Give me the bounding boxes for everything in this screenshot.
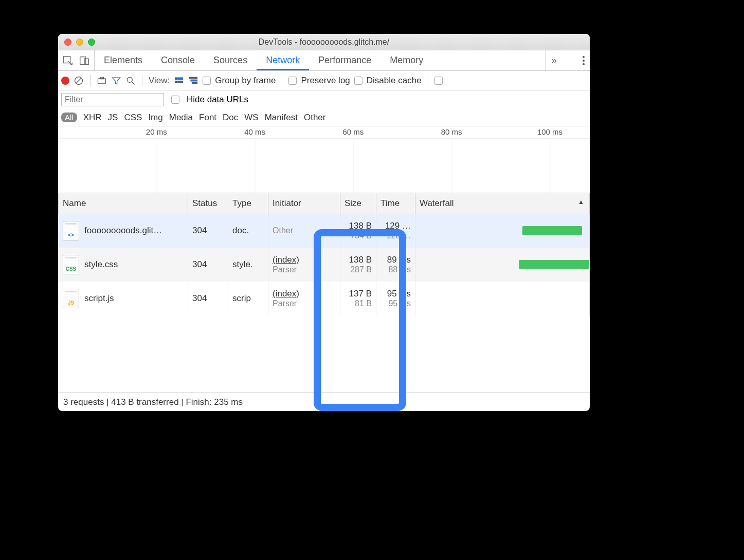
column-header-waterfall[interactable]: Waterfall (415, 193, 590, 214)
type-filter-css[interactable]: CSS (124, 113, 142, 123)
group-by-frame-checkbox[interactable] (203, 77, 211, 85)
column-header-status[interactable]: Status (188, 193, 228, 214)
timeline-overview[interactable]: 20 ms40 ms60 ms80 ms100 ms (58, 126, 590, 193)
tab-performance[interactable]: Performance (309, 50, 380, 70)
type-cell: style. (228, 248, 268, 282)
requests-table: NameStatusTypeInitiatorSizeTimeWaterfall… (58, 193, 590, 393)
request-name: fooooooooods.glit… (84, 226, 162, 236)
time-cell: 89 ms88 ms (376, 248, 415, 282)
status-cell: 304 (188, 214, 228, 248)
type-filter-ws[interactable]: WS (244, 113, 258, 123)
window-title: DevTools - fooooooooods.glitch.me/ (58, 38, 590, 47)
timeline-tick: 20 ms (146, 127, 167, 136)
size-cell: 137 B81 B (340, 282, 376, 315)
svg-point-7 (127, 77, 132, 82)
overview-icon[interactable] (188, 76, 198, 86)
type-filter-js[interactable]: JS (108, 113, 118, 123)
record-button[interactable] (61, 77, 69, 85)
waterfall-cell (415, 214, 590, 248)
svg-rect-6 (100, 77, 104, 79)
filter-bar: Hide data URLs (58, 90, 590, 109)
devtools-window: DevTools - fooooooooods.glitch.me/ Eleme… (58, 34, 590, 411)
svg-rect-11 (175, 81, 177, 82)
tab-console[interactable]: Console (152, 50, 204, 70)
file-type-icon: <> (63, 221, 79, 240)
capture-screenshots-icon[interactable] (97, 76, 107, 86)
type-filter-bar: AllXHRJSCSSImgMediaFontDocWSManifestOthe… (58, 109, 590, 126)
offline-checkbox[interactable] (434, 77, 443, 85)
type-filter-manifest[interactable]: Manifest (265, 113, 298, 123)
group-by-frame-label: Group by frame (215, 76, 276, 86)
file-type-icon: CSS (63, 255, 79, 274)
type-filter-media[interactable]: Media (169, 113, 193, 123)
tab-memory[interactable]: Memory (380, 50, 432, 70)
svg-rect-1 (80, 57, 86, 64)
waterfall-bar (519, 260, 589, 269)
type-filter-xhr[interactable]: XHR (83, 113, 102, 123)
tab-elements[interactable]: Elements (95, 50, 152, 70)
column-header-time[interactable]: Time (376, 193, 415, 214)
filter-input[interactable] (61, 93, 164, 106)
device-toolbar-icon[interactable] (79, 55, 90, 66)
column-header-size[interactable]: Size (340, 193, 376, 214)
svg-rect-14 (191, 80, 197, 81)
time-cell: 95 ms95 ms (376, 282, 415, 315)
preserve-log-checkbox[interactable] (288, 77, 297, 85)
status-cell: 304 (188, 248, 228, 282)
initiator-cell[interactable]: Other (268, 214, 340, 248)
svg-rect-9 (175, 78, 177, 79)
type-filter-all[interactable]: All (61, 113, 77, 122)
svg-rect-12 (178, 81, 183, 82)
type-cell: scrip (228, 282, 268, 315)
search-icon[interactable] (125, 76, 136, 86)
request-name: script.js (84, 293, 114, 304)
filter-toggle-icon[interactable] (111, 76, 121, 86)
waterfall-cell (415, 248, 590, 282)
table-row[interactable]: CSSstyle.css304style.(index)Parser138 B2… (59, 248, 590, 282)
column-header-initiator[interactable]: Initiator (268, 193, 340, 214)
type-filter-img[interactable]: Img (148, 113, 162, 123)
table-row[interactable]: JSscript.js304scrip(index)Parser137 B81 … (59, 282, 590, 315)
preserve-log-label: Preserve log (301, 76, 350, 86)
type-cell: doc. (228, 214, 268, 248)
column-header-name[interactable]: Name (59, 193, 188, 214)
status-bar: 3 requests | 413 B transferred | Finish:… (58, 393, 590, 411)
timeline-tick: 80 ms (441, 127, 462, 136)
inspect-element-icon[interactable] (62, 55, 74, 66)
svg-rect-10 (178, 78, 183, 79)
status-cell: 304 (188, 282, 228, 315)
network-toolbar: View: Group by frame Preserve log Disabl… (58, 71, 590, 90)
type-filter-font[interactable]: Font (199, 113, 216, 123)
svg-line-8 (132, 82, 135, 84)
svg-line-4 (76, 78, 81, 83)
request-name: style.css (84, 259, 118, 270)
initiator-cell[interactable]: (index)Parser (268, 248, 340, 282)
hide-data-urls-checkbox[interactable] (171, 96, 179, 104)
table-row[interactable]: <>fooooooooods.glit…304doc.Other138 B734… (59, 214, 590, 248)
initiator-cell[interactable]: (index)Parser (268, 282, 340, 315)
svg-rect-15 (192, 82, 197, 84)
disable-cache-label: Disable cache (367, 76, 422, 86)
timeline-tick: 40 ms (244, 127, 265, 136)
file-type-icon: JS (63, 289, 79, 308)
view-label: View: (149, 76, 170, 86)
time-cell: 129 …128 … (376, 214, 415, 248)
type-filter-doc[interactable]: Doc (223, 113, 238, 123)
tab-network[interactable]: Network (257, 50, 309, 70)
clear-button[interactable] (74, 76, 84, 86)
titlebar: DevTools - fooooooooods.glitch.me/ (58, 34, 590, 50)
disable-cache-checkbox[interactable] (354, 77, 362, 85)
column-header-type[interactable]: Type (228, 193, 268, 214)
svg-rect-5 (98, 78, 106, 83)
type-filter-other[interactable]: Other (304, 113, 326, 123)
hide-data-urls-label: Hide data URLs (187, 95, 248, 105)
status-summary: 3 requests | 413 B transferred | Finish:… (63, 397, 243, 407)
tab-sources[interactable]: Sources (204, 50, 257, 70)
timeline-tick: 100 ms (537, 127, 562, 136)
size-cell: 138 B287 B (340, 248, 376, 282)
waterfall-bar (522, 226, 582, 235)
svg-rect-2 (84, 59, 88, 64)
large-rows-icon[interactable] (174, 76, 184, 86)
more-panels-button[interactable]: » (551, 54, 557, 66)
settings-menu-icon[interactable] (583, 60, 585, 62)
